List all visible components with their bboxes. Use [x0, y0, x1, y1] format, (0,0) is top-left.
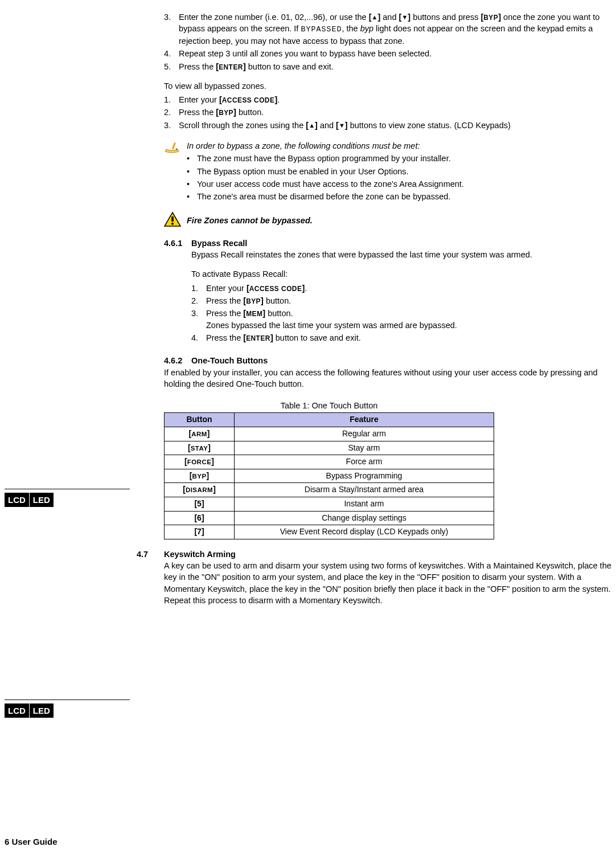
key-down: [▼] [336, 121, 348, 130]
divider [5, 489, 130, 489]
list-body: Press the [MEM] button. [206, 308, 611, 319]
bullet-item: •The Bypass option must be enabled in yo… [187, 166, 611, 177]
text: button. [265, 309, 293, 318]
one-touch-table: Button Feature [ARM]Regular arm[STAY]Sta… [164, 412, 494, 539]
pencil-icon [164, 140, 187, 203]
table-header: Button [165, 413, 235, 427]
paragraph: To view all bypassed zones. [164, 80, 611, 92]
table-cell-feature: Disarm a Stay/Instant armed area [235, 483, 494, 497]
bullet-mark: • [187, 191, 197, 202]
svg-rect-0 [172, 142, 176, 149]
svg-rect-4 [171, 223, 174, 225]
section-462-heading: 4.6.2 One-Touch Buttons [164, 355, 611, 366]
text: and [380, 13, 399, 22]
warning-text: Fire Zones cannot be bypassed. [187, 215, 313, 226]
list-number: 2. [164, 107, 179, 118]
key-byp: [BYP] [216, 108, 236, 117]
paragraph: If enabled by your installer, you can ac… [164, 367, 611, 390]
list-item: 4. Press the [ENTER] button to save and … [191, 332, 611, 343]
text: Press the [206, 309, 243, 318]
list-body: Scroll through the zones using the [▲] a… [179, 120, 611, 131]
section-title: Keyswitch Arming [164, 549, 236, 560]
bullet-mark: • [187, 178, 197, 190]
table-cell-button: [5] [165, 497, 235, 511]
list-body: Press the [ENTER] button to save and exi… [179, 61, 611, 72]
list-number: 3. [164, 120, 179, 131]
key-byp: [BYP] [243, 296, 264, 305]
lcd-led-badge: LCD LED [5, 493, 54, 507]
section-47-heading: 4.7 Keyswitch Arming [137, 549, 611, 560]
table-cell-feature: View Event Record display (LCD Keypads o… [235, 525, 494, 539]
text: Scroll through the zones using the [179, 121, 306, 130]
list-number: 2. [191, 295, 206, 306]
table-cell-button: [STAY] [165, 441, 235, 455]
lcd-label: LCD [5, 493, 30, 507]
table-cell-button: [BYP] [165, 469, 235, 483]
text: Press the [206, 296, 243, 305]
page-footer: 6 User Guide [5, 836, 58, 848]
text: . [277, 95, 280, 104]
svg-rect-3 [171, 216, 174, 222]
list-item: 1. Enter your [ACCESS CODE]. [164, 94, 611, 105]
warning-icon [164, 212, 187, 230]
list-body: Enter your [ACCESS CODE]. [206, 283, 611, 294]
list-number: 1. [164, 94, 179, 105]
text: Press the [179, 108, 216, 117]
list-item: 1. Enter your [ACCESS CODE]. [191, 283, 611, 294]
table-cell-feature: Change display settings [235, 511, 494, 525]
text: Press the [206, 333, 243, 342]
table-row: [STAY]Stay arm [165, 441, 494, 455]
key-access-code: [ACCESS CODE] [247, 284, 305, 293]
section-461-heading: 4.6.1 Bypass Recall [164, 238, 611, 249]
key-enter: [ENTER] [216, 62, 245, 71]
table-cell-button: [6] [165, 511, 235, 525]
list-item: 5. Press the [ENTER] button to save and … [164, 61, 611, 72]
text: buttons and press [410, 13, 481, 22]
text: Enter your [179, 95, 219, 104]
table-row: [BYP]Bypass Programming [165, 469, 494, 483]
bullet-mark: • [187, 153, 197, 164]
section-number: 4.6.1 [164, 238, 191, 249]
list-item: 3. Scroll through the zones using the [▲… [164, 120, 611, 131]
list-body: Press the [BYP] button. [206, 295, 611, 306]
text: Enter the zone number (i.e. 01, 02,...96… [179, 13, 369, 22]
page: LCD LED LCD LED 3. Enter the zone number… [5, 11, 611, 848]
sub-text: Zones bypassed the last time your system… [206, 320, 611, 331]
text: . [305, 284, 307, 293]
text: byp [360, 24, 373, 33]
bullet-text: The zone must have the Bypass option pro… [197, 153, 451, 164]
table-cell-feature: Instant arm [235, 497, 494, 511]
section-title: Bypass Recall [191, 238, 247, 249]
bullet-item: •The zone must have the Bypass option pr… [187, 153, 611, 164]
section-title: One-Touch Buttons [191, 355, 268, 366]
text: button to save and exit. [246, 62, 334, 71]
bullet-text: The Bypass option must be enabled in you… [197, 166, 409, 177]
text: button to save and exit. [273, 333, 361, 342]
table-cell-button: [FORCE] [165, 455, 235, 469]
table-caption: Table 1: One Touch Button [164, 400, 494, 411]
table-cell-button: [ARM] [165, 427, 235, 441]
list-item: 2. Press the [BYP] button. [164, 107, 611, 118]
section-number: 4.6.2 [164, 355, 191, 366]
list-number: 4. [164, 48, 179, 59]
text: , the [342, 24, 360, 33]
bullet-text: Your user access code must have access t… [197, 178, 464, 190]
table-row: [FORCE]Force arm [165, 455, 494, 469]
paragraph: Bypass Recall reinstates the zones that … [191, 249, 611, 260]
note-body: In order to bypass a zone, the following… [187, 140, 611, 203]
table-row: [DISARM]Disarm a Stay/Instant armed area [165, 483, 494, 497]
list-item: 3. Enter the zone number (i.e. 01, 02,..… [164, 11, 611, 47]
table-row: [5]Instant arm [165, 497, 494, 511]
table-cell-feature: Stay arm [235, 441, 494, 455]
table-row: [6]Change display settings [165, 511, 494, 525]
table-cell-feature: Regular arm [235, 427, 494, 441]
note-intro: In order to bypass a zone, the following… [187, 140, 611, 152]
table-header: Feature [235, 413, 494, 427]
key-up: [▲] [306, 121, 318, 130]
text: buttons to view zone status. (LCD Keypad… [348, 121, 511, 130]
key-mem: [MEM] [243, 309, 265, 318]
section-number: 4.7 [137, 549, 164, 560]
text: button. [236, 108, 264, 117]
table-row: [7]View Event Record display (LCD Keypad… [165, 525, 494, 539]
bullet-mark: • [187, 166, 197, 177]
